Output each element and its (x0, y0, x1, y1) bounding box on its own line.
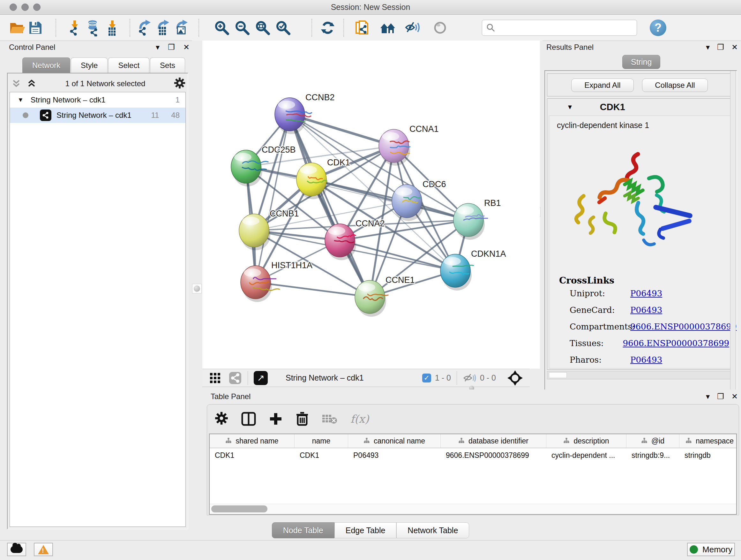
column-header--id[interactable]: @id (626, 434, 679, 448)
results-hscrollbar[interactable] (547, 371, 734, 379)
expand-all-button[interactable]: Expand All (571, 78, 634, 92)
zoom-in-icon[interactable] (212, 18, 231, 37)
export-network-icon[interactable] (135, 18, 154, 37)
fit-selected-crosshair-icon[interactable] (507, 370, 523, 386)
export-table-icon[interactable] (154, 18, 172, 37)
network-row[interactable]: String Network – cdk1 11 48 (10, 108, 185, 123)
network-canvas[interactable]: CCNB2CCNA1CDC25BCDK1CDC6RB1CCNB1CCNA2CDK… (202, 41, 540, 369)
tree-expand-icon[interactable]: ▼ (17, 97, 23, 104)
crosslink-row: Uniprot:P06493 (569, 289, 729, 298)
import-table-icon[interactable] (103, 18, 121, 37)
results-vscrollbar[interactable] (730, 71, 736, 406)
help-button[interactable]: ? (650, 19, 666, 36)
column-header-name[interactable]: name (294, 434, 348, 448)
tab-network-table[interactable]: Network Table (396, 522, 469, 538)
open-icon[interactable] (8, 18, 26, 37)
node-table[interactable]: shared namenamecanonical namedatabase id… (209, 434, 737, 515)
tab-style[interactable]: Style (71, 57, 108, 73)
tab-string[interactable]: String (622, 55, 660, 69)
network-collection-row[interactable]: ▼ String Network – cdk1 1 (10, 92, 185, 108)
column-header-description[interactable]: description (546, 434, 626, 448)
hide-selected-icon[interactable] (404, 18, 422, 37)
clone-network-icon[interactable] (353, 18, 372, 37)
results-hscrollbar-thumb[interactable] (549, 372, 567, 378)
table-cell[interactable]: stringdb:9... (626, 448, 679, 462)
import-database-icon[interactable] (84, 18, 103, 37)
table-cell[interactable]: 9606.ENSP00000378699 (441, 448, 546, 462)
tab-network[interactable]: Network (22, 57, 70, 73)
add-column-icon[interactable] (269, 412, 283, 426)
left-splitter[interactable] (192, 41, 202, 389)
table-hscrollbar-thumb[interactable] (211, 505, 267, 512)
hidden-eye-icon[interactable] (463, 373, 477, 383)
graph-node-CDC6[interactable]: CDC6 (392, 179, 446, 221)
refresh-icon[interactable] (319, 18, 337, 37)
graph-node-CCNA1[interactable]: CCNA1 (379, 124, 439, 166)
table-options-gear-icon[interactable] (214, 411, 228, 427)
table-cell[interactable]: cyclin-dependent ... (546, 448, 626, 462)
delete-column-icon[interactable] (295, 412, 309, 426)
crosslink-link[interactable]: P06493 (630, 305, 662, 315)
panel-menu-icon[interactable]: ▾ (706, 43, 710, 52)
column-header-namespace[interactable]: namespace (679, 434, 737, 448)
show-columns-icon[interactable] (241, 412, 256, 426)
collapse-all-icon[interactable] (11, 78, 22, 89)
panel-close-icon[interactable]: ✕ (183, 43, 190, 52)
graph-node-HIST1H1A[interactable]: HIST1H1A (241, 260, 313, 302)
control-panel-title: Control Panel (9, 43, 55, 52)
graph-node-RB1[interactable]: RB1 (454, 198, 501, 240)
collapse-all-button[interactable]: Collapse All (642, 78, 708, 92)
zoom-selected-icon[interactable] (274, 18, 292, 37)
entry-collapse-icon[interactable]: ▼ (567, 104, 573, 111)
grid-view-icon[interactable] (209, 372, 221, 384)
table-cell[interactable]: stringdb (679, 448, 737, 462)
crosslink-link[interactable]: P06493 (630, 289, 662, 298)
left-splitter-handle[interactable] (192, 284, 202, 294)
column-header-database-identifier[interactable]: database identifier (441, 434, 546, 448)
save-icon[interactable] (26, 18, 45, 37)
export-image-icon[interactable] (172, 18, 191, 37)
table-cell[interactable]: CDK1 (210, 448, 294, 462)
shared-column-icon (685, 438, 692, 444)
panel-menu-icon[interactable]: ▾ (706, 392, 710, 401)
import-network-icon[interactable] (66, 18, 84, 37)
graph-node-CCNE1[interactable]: CCNE1 (355, 275, 415, 317)
panel-menu-icon[interactable]: ▾ (156, 43, 159, 52)
network-view-icon[interactable] (228, 371, 242, 385)
panel-float-icon[interactable]: ❐ (717, 43, 724, 52)
column-header-shared-name[interactable]: shared name (210, 434, 294, 448)
crosslink-link[interactable]: 9606.ENSP00000378699 (623, 338, 729, 348)
panel-close-icon[interactable]: ✕ (731, 43, 738, 52)
graph-node-CDK1[interactable]: CDK1 (296, 158, 350, 199)
panel-close-icon[interactable]: ✕ (731, 392, 738, 401)
tab-select[interactable]: Select (108, 57, 149, 73)
table-cell[interactable]: CDK1 (294, 448, 348, 462)
expand-all-icon[interactable] (26, 78, 37, 89)
cdk1-entry-header[interactable]: ▼ CDK1 (547, 98, 734, 116)
table-row[interactable]: CDK1CDK1P064939606.ENSP00000378699cyclin… (210, 448, 736, 462)
graph-node-CDKN1A[interactable]: CDKN1A (441, 249, 506, 291)
crosslink-link[interactable]: P06493 (630, 355, 662, 365)
open-in-window-button[interactable]: ↗ (254, 371, 268, 385)
zoom-out-icon[interactable] (233, 18, 252, 37)
cloud-button[interactable] (7, 543, 26, 556)
crosslink-link[interactable]: 9606.ENSP00000378699 (630, 322, 737, 331)
tab-sets[interactable]: Sets (150, 57, 185, 73)
table-cell[interactable]: P06493 (348, 448, 441, 462)
show-all-icon[interactable] (431, 18, 449, 37)
panel-float-icon[interactable]: ❐ (717, 392, 724, 401)
memory-button[interactable]: Memory (687, 543, 735, 556)
panel-float-icon[interactable]: ❐ (168, 43, 175, 52)
search-box[interactable] (482, 20, 637, 36)
table-toolbar: f(x) (214, 409, 369, 429)
selected-nodes-checkbox[interactable]: ✓ (422, 374, 431, 382)
zoom-fit-icon[interactable] (253, 18, 272, 37)
network-options-gear-icon[interactable] (174, 77, 186, 90)
tab-node-table[interactable]: Node Table (272, 522, 334, 538)
search-input[interactable] (495, 23, 630, 32)
column-header-canonical-name[interactable]: canonical name (348, 434, 441, 448)
tab-edge-table[interactable]: Edge Table (334, 522, 397, 538)
table-hscrollbar[interactable] (210, 504, 736, 513)
warnings-button[interactable] (34, 543, 53, 556)
home-icon[interactable] (379, 18, 397, 37)
